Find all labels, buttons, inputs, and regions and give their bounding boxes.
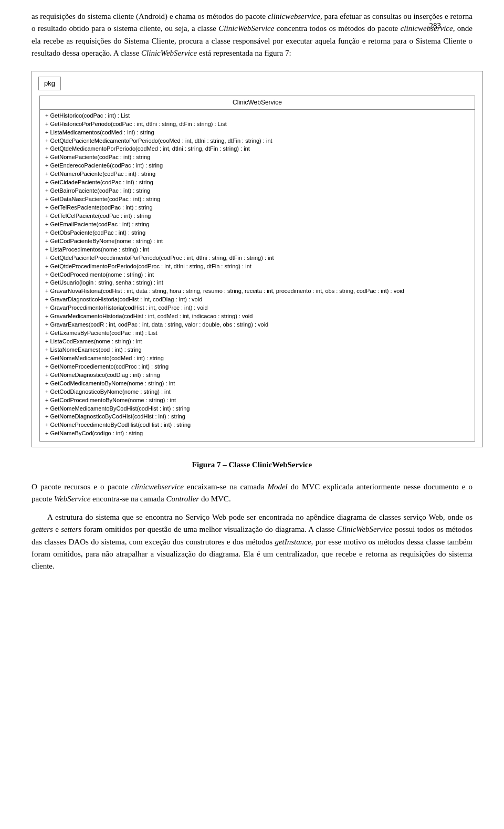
class-method-item: + GetNomeDiagnosticoByCodHist(codHist : … bbox=[45, 413, 469, 421]
class-method-item: + GetCodMedicamentoByNome(nome : string)… bbox=[45, 380, 469, 388]
class-method-item: + GravarDiagnosticoHistoria(codHist : in… bbox=[45, 296, 469, 304]
pkg-label: pkg bbox=[38, 77, 61, 90]
intro-paragraph: as requisições do sistema cliente (Andro… bbox=[32, 11, 472, 59]
class-method-item: + GetTelResPaciente(codPac : int) : stri… bbox=[45, 204, 469, 212]
paragraph-1: O pacote recursos e o pacote clinicwebse… bbox=[32, 481, 472, 506]
class-method-item: + GetNomeProcedimentoByCodHist(codHist :… bbox=[45, 421, 469, 429]
class-method-item: + GetQtdeProcedimentoPorPeriodo(codProc … bbox=[45, 263, 469, 271]
page-number: 283 bbox=[429, 20, 442, 32]
class-method-item: + GetNomeDiagnostico(codDiag : int) : st… bbox=[45, 371, 469, 380]
class-method-item: + GravarMedicamentoHistoria(codHist : in… bbox=[45, 312, 469, 321]
class-method-item: + GetHistoricoPorPeriodo(codPac : int, d… bbox=[45, 120, 469, 129]
class-method-item: + GetEmailPaciente(codPac : int) : strin… bbox=[45, 221, 469, 229]
class-method-item: + GetEnderecoPaciente6(codPac : int) : s… bbox=[45, 162, 469, 170]
class-method-item: + GravarExames(codR : int, codPac : int,… bbox=[45, 321, 469, 329]
class-method-item: + ListaMedicamentos(codMed : int) : stri… bbox=[45, 129, 469, 137]
class-method-item: + ListaCodExames(nome : string) : int bbox=[45, 338, 469, 346]
class-method-item: + GravarNovaHistoria(codHist : int, data… bbox=[45, 287, 469, 296]
class-method-item: + GetNumeroPaciente(codPac : int) : stri… bbox=[45, 170, 469, 179]
class-method-item: + ListaNomeExames(cod : int) : string bbox=[45, 346, 469, 354]
class-method-item: + GetNomeMedicamentoByCodHist(codHist : … bbox=[45, 405, 469, 413]
class-name: ClinicWebService bbox=[40, 96, 475, 110]
class-method-item: + GravarProcedimentoHistoria(codHist : i… bbox=[45, 304, 469, 312]
class-method-item: + GetQtdeMedicamentoPorPeriodo(codMed : … bbox=[45, 145, 469, 153]
figure-7-container: pkg ClinicWebService + GetHistorico(codP… bbox=[32, 71, 483, 447]
class-method-item: + GetBairroPaciente(codPac : int) : stri… bbox=[45, 187, 469, 195]
class-method-item: + GetNomeMedicamento(codMed : int) : str… bbox=[45, 354, 469, 363]
paragraph-2: A estrutura do sistema que se encontra n… bbox=[32, 511, 472, 572]
class-method-item: + GetCodDiagnosticoByNome(nome : string)… bbox=[45, 388, 469, 396]
class-method-item: + GetTelCelPaciente(codPac : int) : stri… bbox=[45, 212, 469, 221]
class-method-item: + GetObsPaciente(codPac : int) : string bbox=[45, 229, 469, 237]
class-diagram-box: ClinicWebService + GetHistorico(codPac :… bbox=[39, 96, 475, 442]
class-method-item: + GetNomeProcediemento(codProc : int) : … bbox=[45, 363, 469, 371]
class-method-item: + GetCodProcedimento(nome : string) : in… bbox=[45, 271, 469, 279]
class-method-item: + GetNameByCod(codigo : int) : string bbox=[45, 429, 469, 438]
class-method-item: + GetHistorico(codPac : int) : List bbox=[45, 112, 469, 120]
class-method-item: + GetQtdePacienteProcedimentoPorPeriodo(… bbox=[45, 254, 469, 263]
class-method-item: + GetCidadePaciente(codPac : int) : stri… bbox=[45, 179, 469, 187]
class-method-item: + GetUsuario(login : string, senha : str… bbox=[45, 279, 469, 287]
class-method-item: + GetNomePaciente(codPac : int) : string bbox=[45, 153, 469, 162]
class-method-item: + GetDataNascPaciente(codPac : int) : st… bbox=[45, 195, 469, 204]
class-methods: + GetHistorico(codPac : int) : List+ Get… bbox=[40, 110, 475, 442]
class-method-item: + GetExamesByPaciente(codPac : int) : Li… bbox=[45, 329, 469, 338]
class-method-item: + GetCodPacienteByNome(nome : string) : … bbox=[45, 237, 469, 246]
class-method-item: + GetCodProcedimentoByNome(nome : string… bbox=[45, 396, 469, 405]
class-method-item: + ListaProcedimentos(nome : string) : in… bbox=[45, 246, 469, 254]
class-method-item: + GetQtdePacienteMedicamentoPorPeriodo(c… bbox=[45, 137, 469, 145]
figure-caption: Figura 7 – Classe ClinicWebService bbox=[32, 459, 472, 471]
